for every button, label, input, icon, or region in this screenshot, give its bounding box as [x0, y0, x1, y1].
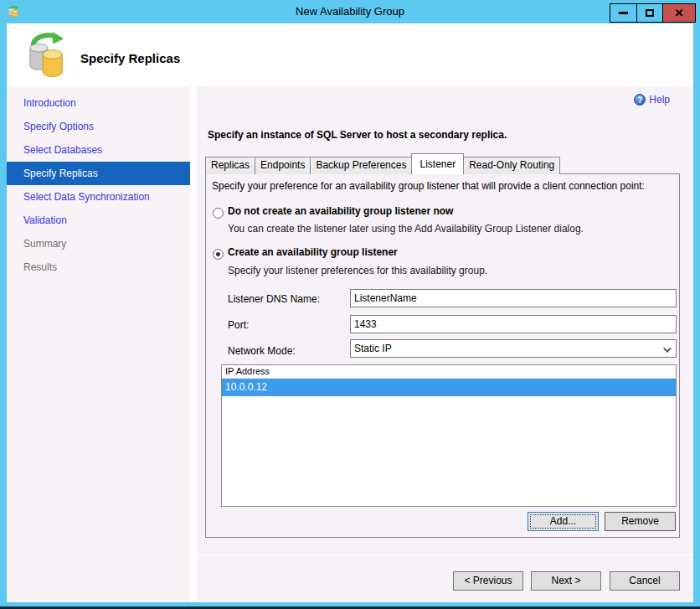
maximize-button[interactable] — [636, 4, 662, 22]
sidebar-item-specify-replicas[interactable]: Specify Replicas — [7, 162, 190, 185]
radio-create-listener[interactable] — [213, 249, 224, 260]
sidebar-item-summary: Summary — [7, 232, 190, 255]
sidebar-item-introduction[interactable]: Introduction — [7, 91, 190, 115]
wizard-header: Specify Replicas — [7, 23, 693, 86]
add-button[interactable]: Add... — [528, 512, 599, 531]
cancel-button[interactable]: Cancel — [610, 571, 680, 591]
help-link[interactable]: ? Help — [634, 94, 670, 106]
port-label: Port: — [228, 319, 249, 331]
help-label: Help — [649, 94, 670, 106]
app-database-sync-icon — [7, 5, 19, 18]
sidebar-item-select-data-synchronization[interactable]: Select Data Synchronization — [7, 185, 190, 209]
close-button[interactable]: ✕ — [662, 4, 695, 22]
tab-endpoints[interactable]: Endpoints — [255, 157, 311, 174]
minimize-icon — [619, 12, 628, 14]
ip-address-column-header: IP Address — [222, 365, 676, 379]
maximize-icon — [646, 9, 654, 17]
sidebar-item-results: Results — [7, 255, 190, 279]
minimize-button[interactable] — [610, 4, 636, 22]
footer-divider — [197, 555, 693, 555]
ip-address-list: IP Address 10.0.0.12 — [221, 364, 677, 507]
window-title: New Availability Group — [0, 0, 700, 23]
create-listener-description: Specify your listener preferences for th… — [228, 265, 487, 276]
ip-address-row[interactable]: 10.0.0.12 — [222, 379, 676, 396]
chevron-down-icon — [663, 344, 672, 353]
wizard-steps-sidebar: Introduction Specify Options Select Data… — [7, 86, 190, 602]
network-mode-value: Static IP — [354, 343, 392, 354]
listener-tab-panel: Specify your preference for an availabil… — [205, 173, 680, 538]
sidebar-item-validation[interactable]: Validation — [7, 209, 190, 232]
main-content: ? Help Specify an instance of SQL Server… — [197, 86, 693, 602]
availability-group-icon — [25, 30, 67, 80]
new-availability-group-window: New Availability Group ✕ Specify Replica… — [0, 0, 700, 609]
sidebar-divider — [190, 86, 197, 602]
radio-do-not-create-listener-label[interactable]: Do not create an availability group list… — [228, 205, 453, 217]
network-mode-label: Network Mode: — [228, 345, 296, 357]
help-icon: ? — [634, 94, 646, 106]
radio-do-not-create-listener[interactable] — [213, 208, 224, 219]
sidebar-item-specify-options[interactable]: Specify Options — [7, 115, 190, 138]
remove-button[interactable]: Remove — [605, 512, 676, 531]
wizard-body: Introduction Specify Options Select Data… — [7, 86, 693, 602]
do-not-create-listener-description: You can create the listener later using … — [228, 223, 584, 235]
tab-listener[interactable]: Listener — [411, 153, 464, 174]
tab-read-only-routing[interactable]: Read-Only Routing — [463, 157, 560, 174]
page-title: Specify Replicas — [80, 51, 180, 65]
next-button[interactable]: Next > — [531, 571, 601, 591]
listener-intro-text: Specify your preference for an availabil… — [212, 180, 645, 192]
titlebar: New Availability Group ✕ — [0, 0, 700, 23]
listener-dns-name-input[interactable] — [350, 289, 677, 307]
sidebar-item-select-databases[interactable]: Select Databases — [7, 138, 190, 162]
radio-create-listener-label[interactable]: Create an availability group listener — [228, 246, 398, 258]
tab-replicas[interactable]: Replicas — [205, 157, 255, 174]
close-icon: ✕ — [675, 8, 684, 18]
network-mode-select[interactable]: Static IP — [350, 339, 677, 358]
previous-button[interactable]: < Previous — [453, 571, 523, 591]
port-input[interactable] — [350, 315, 677, 333]
window-controls: ✕ — [610, 3, 696, 23]
listener-dns-name-label: Listener DNS Name: — [228, 293, 320, 305]
tab-backup-preferences[interactable]: Backup Preferences — [310, 157, 412, 174]
instruction-text: Specify an instance of SQL Server to hos… — [208, 129, 507, 141]
tab-strip: Replicas Endpoints Backup Preferences Li… — [205, 153, 559, 174]
